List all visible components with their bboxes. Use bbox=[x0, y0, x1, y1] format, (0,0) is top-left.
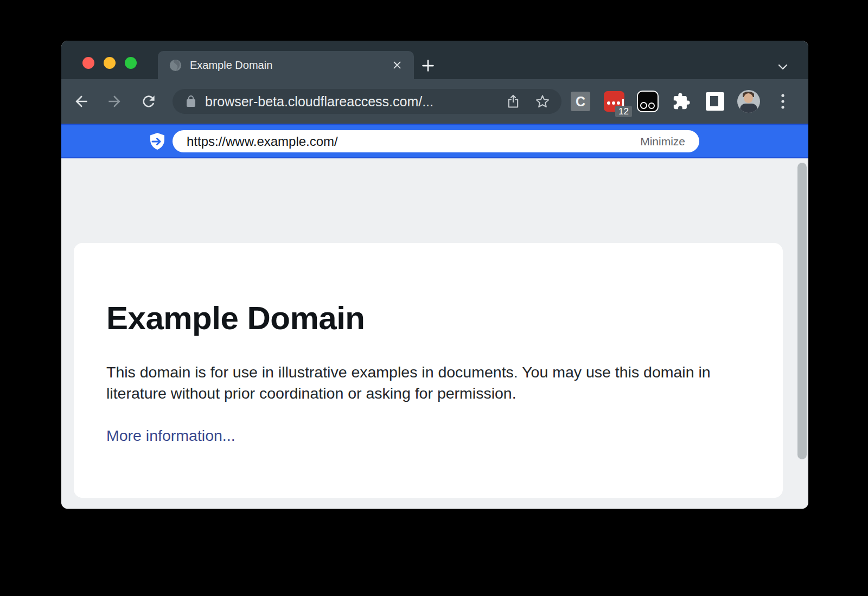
traffic-lights bbox=[82, 57, 137, 69]
example-domain-card: Example Domain This domain is for use in… bbox=[74, 243, 783, 498]
tab-title: Example Domain bbox=[190, 59, 389, 72]
scrollbar-thumb[interactable] bbox=[797, 163, 807, 459]
side-panel-inner bbox=[710, 96, 718, 106]
address-bar[interactable]: browser-beta.cloudflareaccess.com/... bbox=[173, 89, 561, 114]
binoculars-extension-icon[interactable] bbox=[637, 91, 659, 112]
reload-button[interactable] bbox=[138, 91, 159, 112]
remote-url-input[interactable]: https://www.example.com/ Minimize bbox=[173, 130, 699, 152]
remote-browser-banner: https://www.example.com/ Minimize bbox=[61, 124, 808, 158]
lock-icon bbox=[184, 95, 197, 108]
globe-favicon-icon bbox=[169, 59, 182, 72]
tab-search-chevron-icon[interactable] bbox=[776, 60, 790, 74]
avatar-face bbox=[744, 93, 753, 103]
address-bar-url: browser-beta.cloudflareaccess.com/... bbox=[205, 94, 492, 110]
new-tab-button[interactable] bbox=[420, 57, 436, 74]
page-viewport: Example Domain This domain is for use in… bbox=[61, 158, 808, 509]
bookmark-star-icon[interactable] bbox=[534, 93, 551, 110]
right-lens-icon bbox=[648, 102, 655, 109]
share-icon[interactable] bbox=[505, 93, 521, 110]
screenshot-canvas: Example Domain bbox=[0, 0, 868, 596]
extension-badge-count: 12 bbox=[615, 106, 632, 117]
minimize-window-button[interactable] bbox=[104, 57, 116, 69]
more-information-link[interactable]: More information... bbox=[106, 427, 235, 444]
side-panel-icon[interactable] bbox=[706, 92, 724, 111]
extension-c-icon[interactable]: C bbox=[571, 92, 590, 111]
remote-url-value: https://www.example.com/ bbox=[187, 134, 640, 149]
lastpass-extension-icon[interactable]: 12 bbox=[604, 91, 624, 112]
toolbar: browser-beta.cloudflareaccess.com/... C … bbox=[61, 79, 808, 124]
extension-c-label: C bbox=[576, 94, 585, 110]
extensions-puzzle-icon[interactable] bbox=[671, 91, 692, 112]
page-paragraph: This domain is for use in illustrative e… bbox=[106, 362, 736, 404]
close-window-button[interactable] bbox=[82, 57, 94, 69]
left-lens-icon bbox=[640, 102, 647, 109]
profile-avatar[interactable] bbox=[737, 90, 760, 113]
fullscreen-window-button[interactable] bbox=[125, 57, 137, 69]
forward-button[interactable] bbox=[104, 91, 125, 112]
shield-arrow-icon bbox=[149, 132, 166, 151]
back-button[interactable] bbox=[71, 91, 92, 112]
browser-menu-icon[interactable] bbox=[775, 91, 791, 112]
tab-strip: Example Domain bbox=[61, 41, 808, 79]
tab-close-icon[interactable] bbox=[389, 57, 405, 73]
avatar-body bbox=[740, 104, 757, 113]
minimize-banner-button[interactable]: Minimize bbox=[640, 135, 685, 148]
page-title: Example Domain bbox=[106, 299, 750, 337]
browser-window: Example Domain bbox=[61, 41, 808, 509]
tab-example-domain[interactable]: Example Domain bbox=[158, 51, 414, 79]
